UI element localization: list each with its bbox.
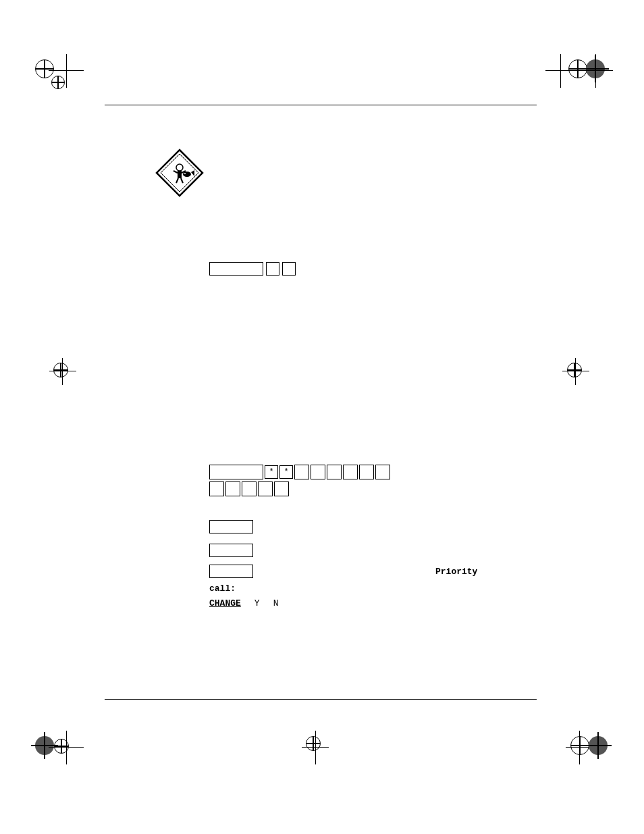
- call-row: call:: [209, 582, 477, 594]
- reg-mark-bot-left-filled: [35, 736, 54, 755]
- mid-row2-box-1[interactable]: [209, 481, 224, 496]
- y-label[interactable]: Y: [254, 598, 260, 608]
- mid-form-section: * *: [209, 465, 390, 498]
- mid-row2-box-4[interactable]: [258, 481, 273, 496]
- bottom-divider-line: [105, 699, 537, 700]
- star-marker-2: *: [279, 465, 293, 479]
- call-label: call:: [209, 583, 236, 594]
- field2-row: [209, 544, 477, 561]
- field1-input[interactable]: [209, 520, 253, 533]
- svg-rect-2: [178, 170, 182, 178]
- field1-row: [209, 520, 477, 537]
- mid-small-box-1[interactable]: [294, 465, 309, 479]
- field2-input[interactable]: [209, 544, 253, 557]
- top-input-area: [209, 262, 296, 276]
- mid-small-box-5[interactable]: [359, 465, 374, 479]
- change-yn-row: CHANGE Y N: [209, 598, 477, 608]
- star-marker-1: *: [265, 465, 278, 479]
- mid-small-box-4[interactable]: [343, 465, 358, 479]
- reg-mark-top-right-cross1: [560, 54, 561, 88]
- reg-mark-top-left-cross1: [66, 54, 67, 88]
- reg-mark-top-right-cross4: [578, 70, 613, 71]
- reg-mark-top-left-inner: [51, 76, 65, 89]
- mid-form-row-2: [209, 481, 390, 496]
- mid-row2-box-3[interactable]: [242, 481, 257, 496]
- diamond-icon: [155, 149, 204, 197]
- mid-form-row-1: * *: [209, 465, 390, 479]
- reg-mark-bot-right-cross1: [579, 731, 580, 764]
- reg-mark-bot-right-circle2: [589, 736, 608, 755]
- mid-small-box-3[interactable]: [327, 465, 342, 479]
- mid-small-box-2[interactable]: [311, 465, 325, 479]
- change-button[interactable]: CHANGE: [209, 598, 241, 608]
- top-small-input-1[interactable]: [266, 262, 279, 276]
- top-small-input-2[interactable]: [282, 262, 296, 276]
- top-divider-line: [105, 105, 537, 105]
- top-wide-input[interactable]: [209, 262, 263, 276]
- reg-mark-top-right-cross3: [595, 54, 596, 88]
- n-label[interactable]: N: [273, 598, 279, 608]
- field3-input[interactable]: [209, 565, 253, 578]
- reg-mark-bot-center-circle: [306, 736, 321, 751]
- bottom-form-section: Priority call: CHANGE Y N: [209, 520, 477, 608]
- svg-point-3: [176, 164, 183, 171]
- reg-mark-top-left-cross2: [49, 70, 84, 71]
- mid-row2-box-2[interactable]: [225, 481, 240, 496]
- priority-label: Priority: [435, 567, 477, 577]
- reg-mark-mid-right-circle: [567, 363, 582, 377]
- reg-mark-mid-left-circle: [53, 363, 68, 377]
- field3-priority-row: Priority: [209, 565, 477, 578]
- mid-row2-box-5[interactable]: [274, 481, 289, 496]
- mid-wide-input[interactable]: [209, 465, 263, 479]
- mid-small-box-6[interactable]: [375, 465, 390, 479]
- reg-mark-bot-left-circle: [54, 739, 69, 754]
- svg-point-6: [184, 173, 186, 174]
